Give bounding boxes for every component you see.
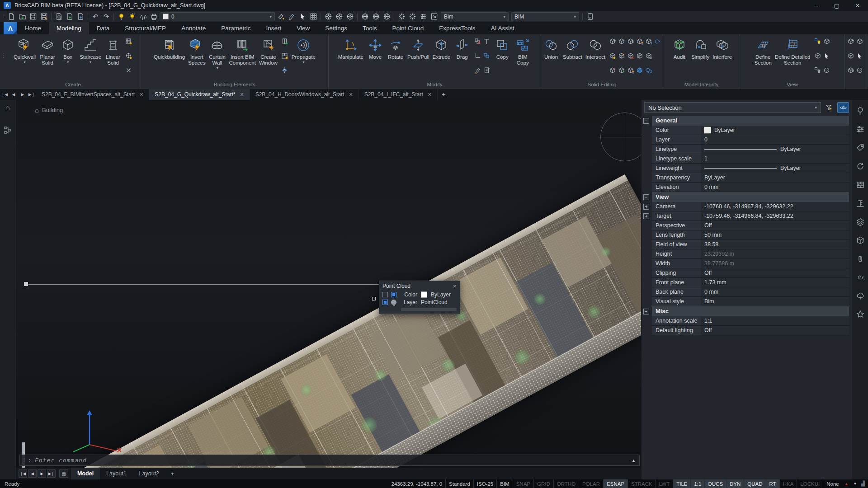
close-tab-icon[interactable]: ✕ xyxy=(240,92,244,98)
propagate-button[interactable]: Propagate▾ xyxy=(290,36,317,65)
invert-spaces-button[interactable]: Invert Spaces xyxy=(187,36,207,67)
globe-icon-1[interactable] xyxy=(360,12,370,21)
print-icon[interactable] xyxy=(149,12,159,21)
popup-bulb-icon[interactable] xyxy=(391,300,396,305)
popup-checkbox-1[interactable] xyxy=(382,292,388,297)
minimize-button[interactable]: – xyxy=(806,0,826,11)
cube-dn-icon[interactable] xyxy=(626,37,635,46)
status-toggle-standard[interactable]: Standard xyxy=(445,479,473,488)
doc-tab-s2b-04-g-quickdraw-alt-start[interactable]: S2B_04_G_Quickdraw_alt_Start*✕ xyxy=(149,89,250,100)
status-toggle-tile[interactable]: TILE xyxy=(673,479,690,488)
doc-tab-s2b-04-i-ifc-alt-start[interactable]: S2B_04_I_IFC_alt_Start✕ xyxy=(359,89,438,100)
copy-button[interactable]: Copy xyxy=(492,36,512,61)
prop-value[interactable]: -10759.46, -314966.84, -329633.22 xyxy=(701,211,849,221)
prop-value[interactable]: ByLayer xyxy=(701,126,849,135)
flip-icon[interactable] xyxy=(280,66,289,75)
cube-dn-icon[interactable] xyxy=(846,66,855,75)
doc-last-icon[interactable]: ▶❘ xyxy=(27,89,36,100)
profile-combobox[interactable]: BIM ▾ xyxy=(511,12,579,21)
cube--icon[interactable] xyxy=(813,52,822,60)
breadcrumb[interactable]: ⌂ Building xyxy=(35,106,63,114)
home-icon[interactable]: ⌂ xyxy=(5,103,10,113)
tab-annotate[interactable]: Annotate xyxy=(174,22,213,34)
prop-row-perspective[interactable]: PerspectiveOff xyxy=(643,221,849,230)
bulb-on-icon[interactable] xyxy=(116,12,126,21)
prop-value[interactable]: ByLayer xyxy=(701,164,849,173)
prop-row-camera[interactable]: +Camera-10760.46, -314967.84, -329632.22 xyxy=(643,202,849,211)
import-icon[interactable] xyxy=(65,12,75,21)
prop-value[interactable]: Off xyxy=(701,221,849,230)
property-filter-icon[interactable] xyxy=(823,102,835,113)
prop-row-height[interactable]: Height23.29392 m xyxy=(643,249,849,259)
windot-icon[interactable] xyxy=(280,37,289,46)
prop-value[interactable]: Off xyxy=(701,326,849,335)
hatch-icon[interactable] xyxy=(822,66,831,75)
export-icon[interactable] xyxy=(75,12,85,21)
popup-checkbox-3[interactable] xyxy=(382,300,388,305)
bricks-panel-icon[interactable] xyxy=(854,178,867,191)
manipulate-button[interactable]: Manipulate xyxy=(337,36,365,61)
prop-row-lineweight[interactable]: LineweightByLayer xyxy=(643,164,849,173)
grid-tools-icon[interactable] xyxy=(308,12,318,21)
toolbar-grip[interactable]: ⁞ xyxy=(2,14,5,19)
x-icon[interactable] xyxy=(124,66,133,75)
new-file-icon[interactable] xyxy=(6,12,16,21)
status-toggle-lockui[interactable]: LOCKUI xyxy=(797,479,823,488)
doc-tab-s2b-04-h-doorswindows-alt-start[interactable]: S2B_04_H_DoorsWindows_alt_Start✕ xyxy=(250,89,359,100)
status-toggle-ortho[interactable]: ORTHO xyxy=(553,479,579,488)
coil-icon[interactable] xyxy=(138,12,148,21)
popup-close-icon[interactable]: ✕ xyxy=(453,284,457,289)
status-toggle-strack[interactable]: STRACK xyxy=(627,479,656,488)
tab-tools[interactable]: Tools xyxy=(355,22,385,34)
prop-row-elevation[interactable]: Elevation0 mm xyxy=(643,183,849,192)
prop-row-color[interactable]: ColorByLayer xyxy=(643,126,849,135)
quickwall-button[interactable]: Quickwall▾ xyxy=(12,36,37,65)
tab-expresstools[interactable]: ExpressTools xyxy=(431,22,483,34)
status-toggle-esnap[interactable]: ESNAP xyxy=(603,479,627,488)
pin-panel-icon[interactable] xyxy=(854,308,867,321)
layout-prev-icon[interactable]: ◀ xyxy=(28,469,37,478)
push-pull-button[interactable]: Push/Pull xyxy=(406,36,431,61)
popup-row-layer[interactable]: LayerPointCloud xyxy=(400,299,457,305)
prop-row-linetype[interactable]: LinetypeByLayer xyxy=(643,145,849,154)
point-cloud-popup[interactable]: Point Cloud ✕ ColorByLayerLayerPointClou… xyxy=(379,281,460,314)
interfere-button[interactable]: Interfere xyxy=(711,36,733,61)
status-toggle-grid[interactable]: GRID xyxy=(533,479,553,488)
cloud-panel-icon[interactable] xyxy=(854,290,867,302)
prop-row-layer[interactable]: Layer0 xyxy=(643,135,849,145)
globe-icon-2[interactable] xyxy=(371,12,381,21)
pen-icon[interactable] xyxy=(473,66,482,75)
target-icon[interactable] xyxy=(124,52,133,60)
layout-first-icon[interactable]: ❘◀ xyxy=(19,469,27,478)
status-toggle-polar[interactable]: POLAR xyxy=(579,479,603,488)
cube-up-icon[interactable] xyxy=(608,37,617,46)
undo-icon[interactable]: ↶ xyxy=(90,12,100,21)
prop-value[interactable]: Off xyxy=(701,268,849,278)
doc-first-icon[interactable]: ❘◀ xyxy=(0,89,9,100)
subtract-button[interactable]: Subtract xyxy=(561,36,584,61)
wheel-icon-2[interactable] xyxy=(334,12,344,21)
tag-panel-icon[interactable] xyxy=(854,141,867,154)
command-input[interactable]: Enter command xyxy=(35,457,87,464)
tab-point-cloud[interactable]: Point Cloud xyxy=(385,22,432,34)
prop-row-transparency[interactable]: TransparencyByLayer xyxy=(643,173,849,183)
cube-gear-icon[interactable] xyxy=(644,52,653,60)
define-section-button[interactable]: Define Section xyxy=(753,36,773,67)
select-tools-icon[interactable] xyxy=(297,12,307,21)
boxr-icon[interactable] xyxy=(473,37,482,46)
cube-check-icon[interactable] xyxy=(617,66,626,75)
prop-value[interactable]: ByLayer xyxy=(701,173,849,183)
cube--icon[interactable] xyxy=(822,37,831,46)
prop-value[interactable]: 38.58 xyxy=(701,240,849,249)
cube-spiral-icon[interactable] xyxy=(653,37,662,46)
insert-bim-component-button[interactable]: Insert BIM Component xyxy=(227,36,257,67)
visibility-eye-icon[interactable] xyxy=(837,102,849,113)
audit-button[interactable]: Audit xyxy=(670,36,689,61)
sliders-panel-icon[interactable] xyxy=(854,123,867,136)
prop-row-front-plane[interactable]: Front plane1.73 mm xyxy=(643,278,849,287)
tee-icon[interactable] xyxy=(482,37,491,46)
bim-copy-button[interactable]: BIM Copy xyxy=(513,36,533,67)
collapse-icon[interactable]: − xyxy=(643,118,649,124)
cube-slice-icon[interactable] xyxy=(635,52,644,60)
add-layout-button[interactable]: + xyxy=(166,470,179,477)
